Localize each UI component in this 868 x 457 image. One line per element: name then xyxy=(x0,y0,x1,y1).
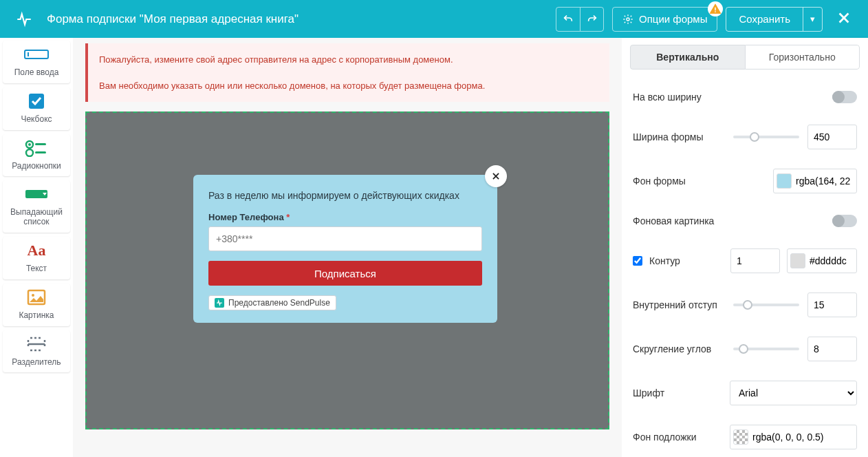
form-width-slider[interactable] xyxy=(733,136,799,138)
tab-horizontal[interactable]: Горизонтально xyxy=(745,45,860,70)
form-description[interactable]: Раз в неделю мы информируем о действующи… xyxy=(208,190,482,201)
prop-bg-image: Фоновая картинка xyxy=(622,203,868,239)
form-preview-card[interactable]: Раз в неделю мы информируем о действующи… xyxy=(193,175,497,323)
outline-width-input[interactable] xyxy=(730,248,780,273)
radius-slider[interactable] xyxy=(733,348,799,350)
svg-point-7 xyxy=(28,143,31,146)
prop-label: Шрифт xyxy=(633,387,730,398)
palette-label: Чекбокс xyxy=(21,115,52,125)
color-swatch xyxy=(733,429,748,445)
form-bg-color-input[interactable] xyxy=(796,176,852,187)
palette-item-dropdown[interactable]: Выпадающий список xyxy=(3,180,70,233)
save-button-group: Сохранить ▾ xyxy=(726,7,823,32)
radius-input[interactable] xyxy=(807,337,857,361)
divider-icon xyxy=(23,334,50,354)
required-marker: * xyxy=(286,212,290,222)
powered-by-badge[interactable]: Предоставлено SendPulse xyxy=(208,295,336,310)
form-bg-color-field[interactable] xyxy=(773,169,857,193)
svg-rect-2 xyxy=(715,11,717,12)
palette-label: Картинка xyxy=(19,311,54,321)
svg-rect-8 xyxy=(35,143,46,145)
svg-point-0 xyxy=(627,18,629,21)
prop-full-width: На всю ширину xyxy=(622,79,868,115)
palette-item-checkbox[interactable]: Чекбокс xyxy=(3,87,70,130)
form-width-input[interactable] xyxy=(807,125,857,149)
color-swatch xyxy=(790,253,805,268)
prop-padding: Внутренний отступ xyxy=(622,283,868,327)
redo-button[interactable] xyxy=(580,8,603,31)
checkbox-icon xyxy=(23,92,50,111)
prop-overlay: Фон подложки xyxy=(622,415,868,457)
radio-icon xyxy=(23,138,50,158)
undo-button[interactable] xyxy=(556,8,580,31)
palette-label: Разделитель xyxy=(12,358,61,368)
properties-panel: Вертикально Горизонтально На всю ширину … xyxy=(622,38,868,457)
color-swatch xyxy=(777,173,792,189)
app-logo-icon xyxy=(14,9,34,30)
error-line: Вам необходимо указать один или нескольк… xyxy=(99,79,598,93)
layout-orientation-tabs: Вертикально Горизонтально xyxy=(630,45,860,70)
save-button[interactable]: Сохранить xyxy=(726,8,803,31)
phone-field-label[interactable]: Номер Телефона * xyxy=(208,212,482,222)
palette-item-divider[interactable]: Разделитель xyxy=(3,330,70,373)
element-palette: Поле ввода Чекбокс Радиокнопки Выпадающи… xyxy=(0,38,73,457)
save-dropdown-toggle[interactable]: ▾ xyxy=(803,8,822,31)
palette-item-text[interactable]: Aa Текст xyxy=(3,237,70,279)
overlay-color-input[interactable] xyxy=(752,432,842,443)
tab-vertical[interactable]: Вертикально xyxy=(630,45,745,70)
page-title: Форма подписки "Моя первая адресная книг… xyxy=(47,12,556,26)
sendpulse-logo-icon xyxy=(215,298,224,308)
palette-label: Поле ввода xyxy=(14,68,59,78)
prop-form-bg: Фон формы xyxy=(622,159,868,203)
prop-label: Фон формы xyxy=(633,176,773,187)
outline-color-input[interactable] xyxy=(810,255,852,266)
input-field-icon xyxy=(23,45,50,64)
padding-input[interactable] xyxy=(807,293,857,317)
prop-label: Скругление углов xyxy=(633,343,733,354)
outline-checkbox[interactable] xyxy=(633,256,642,266)
dropdown-icon xyxy=(23,184,50,204)
palette-item-radio[interactable]: Радиокнопки xyxy=(3,134,70,177)
close-button[interactable] xyxy=(834,8,854,30)
error-message-box: Пожалуйста, измените свой адрес отправит… xyxy=(85,43,609,102)
prop-label: Фоновая картинка xyxy=(633,215,832,226)
svg-rect-1 xyxy=(715,7,717,10)
palette-label: Выпадающий список xyxy=(6,208,67,227)
svg-rect-4 xyxy=(28,52,29,56)
phone-input[interactable] xyxy=(208,226,482,251)
form-options-button[interactable]: Опции формы xyxy=(612,7,717,32)
palette-label: Текст xyxy=(26,264,47,274)
prop-label: Внутренний отступ xyxy=(633,299,733,310)
subscribe-button[interactable]: Подписаться xyxy=(208,261,482,286)
warning-badge-icon xyxy=(708,1,723,17)
prop-radius: Скругление углов xyxy=(622,327,868,371)
outline-color-field[interactable] xyxy=(787,248,857,273)
undo-redo-group xyxy=(556,7,604,32)
full-width-toggle[interactable] xyxy=(832,91,857,103)
image-icon xyxy=(23,288,50,307)
prop-font: Шрифт Arial xyxy=(622,371,868,415)
svg-rect-10 xyxy=(35,151,46,153)
prop-outline: Контур xyxy=(622,239,868,283)
font-select[interactable]: Arial xyxy=(730,381,857,405)
prop-label: Ширина формы xyxy=(633,131,733,142)
prop-label: Фон подложки xyxy=(633,432,730,443)
error-line: Пожалуйста, измените свой адрес отправит… xyxy=(99,53,598,67)
svg-point-13 xyxy=(32,294,34,297)
palette-label: Радиокнопки xyxy=(12,162,61,171)
svg-point-9 xyxy=(26,149,33,156)
top-bar: Форма подписки "Моя первая адресная книг… xyxy=(0,0,868,38)
form-close-button[interactable] xyxy=(485,165,507,187)
palette-item-input[interactable]: Поле ввода xyxy=(3,41,70,83)
bg-image-toggle[interactable] xyxy=(832,215,857,227)
form-stage[interactable]: Раз в неделю мы информируем о действующи… xyxy=(85,111,609,429)
palette-item-image[interactable]: Картинка xyxy=(3,284,70,326)
topbar-actions: Опции формы Сохранить ▾ xyxy=(556,7,854,32)
prop-form-width: Ширина формы xyxy=(622,115,868,159)
prop-label: На всю ширину xyxy=(633,92,832,103)
overlay-color-field[interactable] xyxy=(730,425,857,449)
text-icon: Aa xyxy=(23,241,50,260)
canvas-area: Пожалуйста, измените свой адрес отправит… xyxy=(73,38,622,457)
padding-slider[interactable] xyxy=(733,304,799,306)
prop-label: Контур xyxy=(649,255,730,266)
